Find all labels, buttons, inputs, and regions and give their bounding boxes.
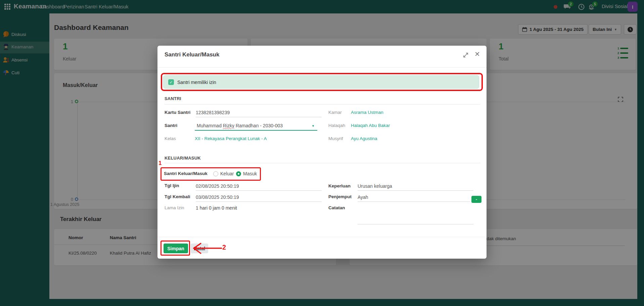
- modal-title: Santri Keluar/Masuk: [165, 51, 219, 58]
- halaqah-value: Halaqah Abu Bakar: [351, 123, 390, 128]
- tgl-ijin-input[interactable]: 02/08/2025 20:50:19: [196, 183, 239, 189]
- kartu-santri-input[interactable]: 1238281398239: [196, 110, 230, 115]
- select-underline: [195, 130, 317, 131]
- kamar-value: Asrama Ustman: [351, 110, 383, 115]
- input-underline: [196, 202, 322, 202]
- catatan-textarea[interactable]: [358, 205, 473, 224]
- santri-label: Santri: [165, 123, 177, 128]
- penjemput-label: Penjemput: [328, 194, 352, 199]
- modal-footer-divider: [157, 237, 487, 237]
- annotation-step-1: 1: [158, 160, 162, 167]
- halaqah-label: Halaqah: [328, 123, 345, 128]
- catatan-label: Catatan: [328, 205, 345, 210]
- annotation-box-radio: [160, 167, 261, 181]
- expand-icon[interactable]: [462, 52, 469, 60]
- section-santri: SANTRI: [165, 96, 181, 101]
- close-icon[interactable]: ✕: [474, 50, 480, 58]
- kamar-label: Kamar: [328, 110, 342, 115]
- santri-select[interactable]: Muhammad Rizky Ramadhan - 2030-003: [197, 123, 283, 128]
- tgl-kembali-input[interactable]: 03/08/2025 20:50:19: [196, 194, 239, 200]
- kelas-value: XII - Rekayasa Perangkat Lunak - A: [195, 136, 267, 141]
- section-keluar-masuk: KELUAR/MASUK: [165, 156, 201, 161]
- lama-izin-label: Lama Izin: [165, 205, 184, 210]
- santri-keluar-masuk-modal: Santri Keluar/Masuk ✕ ✓ Santri memiliki …: [157, 46, 487, 259]
- penjemput-input[interactable]: Ayah: [358, 194, 368, 200]
- section-divider: [165, 163, 480, 163]
- musyrif-value: Ayu Agustina: [351, 136, 377, 141]
- input-underline: [196, 190, 322, 191]
- tgl-ijin-label: Tgl Ijin: [165, 183, 179, 188]
- section-divider: [165, 104, 480, 104]
- select-caret-icon[interactable]: ▼: [312, 124, 315, 128]
- annotation-box-save: [160, 241, 190, 256]
- kelas-label: Kelas: [165, 136, 176, 141]
- annotation-box-alert: [161, 73, 483, 91]
- tgl-kembali-label: Tgl Kembali: [165, 194, 190, 199]
- musyrif-label: Musyrif: [328, 136, 343, 141]
- input-underline: [358, 202, 470, 202]
- input-underline: [358, 224, 473, 224]
- input-underline: [196, 117, 322, 117]
- annotation-arrow: [191, 242, 225, 256]
- misspelled-word: Rizky: [223, 123, 234, 128]
- remove-penjemput-button[interactable]: -: [471, 196, 481, 203]
- keperluan-input[interactable]: Urusan keluarga: [358, 183, 392, 189]
- annotation-step-2: 2: [222, 244, 226, 251]
- app-page: Keamanan Dashboard Perizinan Santri Kelu…: [0, 0, 644, 306]
- modal-header-divider: [157, 67, 487, 68]
- lama-izin-value: 1 hari 0 jam 0 menit: [196, 205, 237, 211]
- kartu-santri-label: Kartu Santri: [165, 110, 190, 115]
- keperluan-label: Keperluan: [328, 183, 351, 188]
- input-underline: [358, 190, 473, 191]
